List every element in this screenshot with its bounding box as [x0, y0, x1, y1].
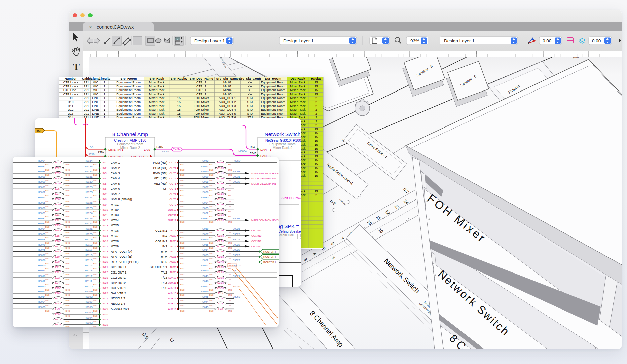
svg-text:BNC: BNC [209, 179, 214, 181]
svg-text:BNC: BNC [65, 262, 70, 265]
svg-text:CG2 IN1: CG2 IN1 [251, 240, 261, 243]
svg-text:ME1 (HD): ME1 (HD) [154, 177, 167, 180]
svg-text:H9036: H9036 [201, 191, 208, 194]
svg-text:BNC: BNC [180, 294, 185, 296]
svg-text:E04F: E04F [55, 177, 61, 180]
svg-text:H9109: H9109 [85, 290, 92, 293]
svg-text:BNC: BNC [65, 236, 70, 239]
svg-text:AUX8: AUX8 [170, 266, 176, 269]
svg-text:CTP Line -: CTP Line - [63, 85, 78, 88]
svg-text:Mixer Rack: Mixer Rack [149, 108, 165, 111]
svg-text:BNC: BNC [45, 242, 50, 244]
svg-text:IN22: IN22 [103, 271, 108, 274]
svg-text:BNC: BNC [93, 179, 98, 181]
svg-text:IN30: IN30 [103, 313, 108, 316]
svg-text:BNC: BNC [65, 273, 70, 275]
svg-text:BNC: BNC [93, 273, 98, 275]
svg-text:BNC: BNC [180, 310, 185, 312]
svg-text:BNC: BNC [93, 194, 98, 197]
svg-text:BNC: BNC [209, 278, 214, 280]
svg-text:BNC: BNC [228, 294, 232, 296]
svg-text:FOH Mixer: FOH Mixer [194, 112, 209, 115]
svg-text:E09F: E09F [55, 203, 61, 206]
svg-text:IN20: IN20 [103, 260, 108, 263]
svg-text:BNC: BNC [228, 174, 232, 176]
svg-text:BNC: BNC [228, 273, 232, 275]
svg-text:E06F: E06F [55, 187, 61, 190]
svg-text:G13H: G13H [217, 182, 224, 185]
svg-text:MTX2: MTX2 [111, 208, 119, 212]
svg-text:H9117: H9117 [85, 248, 93, 251]
svg-text:MTX7: MTX7 [111, 234, 119, 238]
svg-text:ROUTER I: ROUTER I [263, 250, 276, 253]
svg-text:E15F: E15F [55, 234, 61, 238]
svg-text:AUX9: AUX9 [170, 271, 176, 274]
svg-text:E13F: E13F [55, 224, 61, 227]
svg-text:D10: D10 [68, 100, 74, 104]
svg-text:Circuits: Circuits [99, 77, 111, 80]
svg-text:H9054: H9054 [201, 248, 208, 251]
svg-text:Mic01: Mic01 [223, 85, 232, 88]
svg-text:15: 15 [177, 112, 181, 115]
svg-text:IN15: IN15 [103, 234, 108, 238]
svg-text:Cable: Cable [82, 77, 91, 80]
svg-text:H9038: H9038 [201, 180, 208, 183]
svg-text:15: 15 [315, 158, 318, 162]
svg-text:H9056: H9056 [201, 238, 208, 241]
svg-text:CAM 2: CAM 2 [111, 166, 120, 170]
svg-text:H9077: H9077 [38, 254, 45, 257]
svg-text:BNC: BNC [180, 205, 185, 207]
svg-text:BNC: BNC [45, 205, 50, 207]
svg-text:H9103: H9103 [85, 321, 92, 324]
svg-text:BNC: BNC [209, 194, 214, 197]
svg-text:Src_RackU: Src_RackU [171, 77, 188, 80]
svg-text:BNC: BNC [45, 200, 50, 202]
svg-text:BNC: BNC [93, 325, 98, 327]
svg-text:IN17: IN17 [103, 245, 108, 248]
svg-text:IN28: IN28 [103, 302, 108, 305]
svg-text:1: 1 [104, 85, 105, 88]
svg-text:H9084: H9084 [38, 227, 45, 230]
svg-text:BNC: BNC [65, 215, 70, 218]
svg-text:291: 291 [84, 104, 89, 108]
svg-text:15: 15 [315, 93, 318, 96]
svg-text:H9083: H9083 [38, 222, 45, 225]
svg-text:BNC: BNC [180, 283, 185, 286]
svg-text:BNC: BNC [93, 236, 98, 239]
svg-text:H9082: H9082 [38, 217, 45, 220]
svg-text:BNC: BNC [228, 236, 232, 239]
svg-text:BNC: BNC [180, 174, 185, 176]
svg-text:H9039: H9039 [201, 175, 208, 178]
svg-text:MTX5: MTX5 [111, 224, 119, 227]
svg-text:Mic02: Mic02 [223, 81, 232, 84]
svg-text:S9027: S9027 [233, 259, 240, 262]
svg-text:H9110: H9110 [85, 285, 93, 288]
svg-text:MTX6: MTX6 [111, 229, 119, 232]
svg-text:BNC: BNC [93, 205, 98, 207]
svg-text:STJ: STJ [247, 100, 253, 104]
svg-text:BNC: BNC [65, 325, 70, 327]
svg-text:E21F: E21F [55, 266, 61, 269]
svg-text:H9116: H9116 [85, 254, 93, 257]
svg-text:MULTI VIEWER4 IN5: MULTI VIEWER4 IN5 [251, 182, 276, 185]
svg-text:BNC: BNC [45, 262, 50, 265]
svg-text:BNC: BNC [65, 179, 70, 181]
svg-text:H9119: H9119 [85, 238, 93, 241]
svg-text:BNC: BNC [180, 278, 185, 280]
svg-text:Mixer Rack: Mixer Rack [290, 88, 306, 92]
svg-text:H9085: H9085 [38, 233, 45, 236]
svg-text:BNC: BNC [45, 189, 50, 192]
svg-text:H9075: H9075 [38, 248, 45, 251]
svg-text:BNC: BNC [228, 205, 232, 207]
svg-text:CF: CF [163, 187, 167, 190]
svg-text:E24F: E24F [55, 281, 61, 284]
svg-text:2: 2 [315, 123, 317, 127]
svg-text:OUT5: OUT5 [169, 182, 176, 185]
svg-text:BNC: BNC [65, 310, 70, 312]
svg-text:H9129: H9129 [85, 186, 92, 189]
svg-text:BNC: BNC [65, 169, 70, 171]
svg-text:BNC: BNC [228, 283, 232, 286]
svg-text:IN16: IN16 [103, 240, 108, 243]
svg-text:BNC: BNC [65, 289, 70, 291]
svg-text:2: 2 [315, 120, 317, 123]
